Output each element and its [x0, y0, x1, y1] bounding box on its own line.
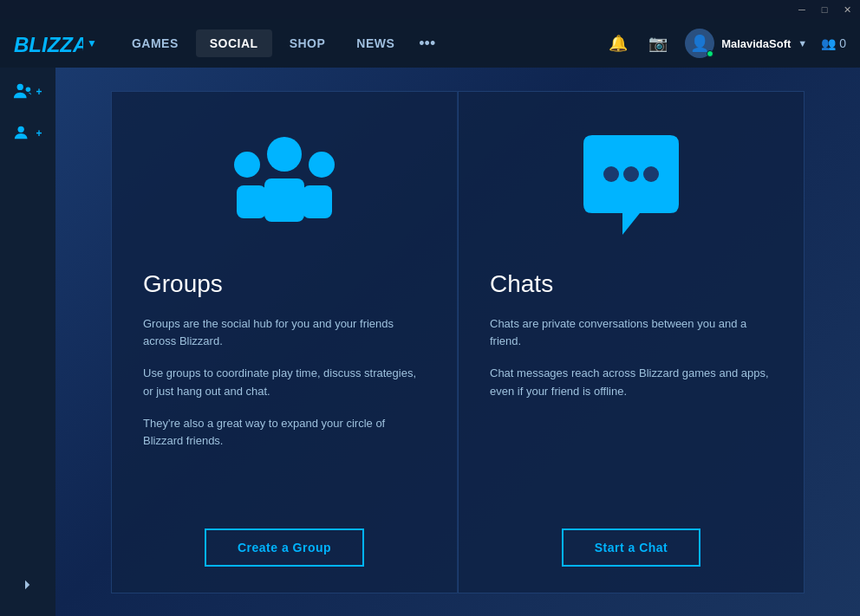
chats-illustration-icon	[566, 126, 696, 248]
chats-card: Chats Chats are private conversations be…	[458, 91, 805, 593]
groups-card-action: Create a Group	[143, 511, 426, 567]
add-group-icon	[13, 81, 32, 102]
groups-card-text-2: Use groups to coordinate play time, disc…	[143, 365, 426, 401]
groups-card: Groups Groups are the social hub for you…	[111, 91, 458, 593]
svg-point-4	[267, 137, 302, 172]
logo-chevron-icon: ▼	[87, 37, 97, 49]
navbar: BLIZZARD ▼ GAMES SOCIAL SHOP NEWS ••• 🔔 …	[0, 19, 860, 68]
groups-card-icon-area	[143, 118, 426, 256]
blizzard-logo-svg: BLIZZARD	[14, 29, 83, 57]
svg-point-5	[234, 152, 260, 178]
avatar-icon: 👤	[690, 34, 709, 53]
main-content: Groups Groups are the social hub for you…	[55, 68, 860, 616]
add-friend-icon	[13, 123, 32, 144]
svg-rect-9	[303, 185, 332, 218]
nav-items: GAMES SOCIAL SHOP NEWS •••	[118, 28, 605, 60]
svg-point-12	[643, 166, 659, 182]
avatar: 👤	[685, 29, 714, 58]
nav-right: 🔔 📷 👤 MalavidaSoft ▼ 👥 0	[605, 29, 846, 58]
nav-news[interactable]: NEWS	[342, 29, 408, 57]
nav-social[interactable]: SOCIAL	[196, 29, 272, 57]
svg-point-10	[603, 166, 619, 182]
cards-container: Groups Groups are the social hub for you…	[111, 91, 805, 593]
friends-button[interactable]: 👥 0	[821, 36, 846, 50]
camera-button[interactable]: 📷	[645, 30, 671, 56]
friends-icon: 👥	[821, 36, 836, 50]
groups-card-title: Groups	[143, 270, 426, 298]
groups-card-text-1: Groups are the social hub for you and yo…	[143, 315, 426, 352]
sidebar: + +	[0, 68, 55, 616]
nav-shop[interactable]: SHOP	[276, 29, 340, 57]
svg-point-3	[18, 126, 24, 133]
friends-count: 0	[839, 36, 846, 50]
svg-point-2	[26, 87, 30, 92]
sidebar-add-group-button[interactable]: +	[13, 81, 42, 102]
svg-rect-8	[237, 185, 266, 218]
main-layout: + +	[0, 68, 860, 616]
svg-point-1	[17, 84, 23, 90]
chats-card-text-1: Chats are private conversations between …	[490, 315, 772, 352]
svg-point-6	[309, 152, 335, 178]
logo[interactable]: BLIZZARD ▼	[14, 29, 97, 57]
sidebar-collapse-button[interactable]	[13, 570, 42, 602]
titlebar: ─ □ ✕	[0, 0, 860, 19]
chats-card-action: Start a Chat	[490, 511, 772, 567]
close-button[interactable]: ✕	[841, 3, 853, 16]
chats-card-icon-area	[490, 118, 772, 256]
svg-text:BLIZZARD: BLIZZARD	[14, 33, 83, 56]
notifications-button[interactable]: 🔔	[605, 30, 631, 56]
add-group-plus-icon: +	[36, 86, 42, 98]
user-chevron-icon: ▼	[798, 38, 807, 49]
svg-point-11	[623, 166, 639, 182]
nav-more-button[interactable]: •••	[412, 28, 442, 60]
chats-card-body: Chats are private conversations between …	[490, 315, 772, 511]
groups-card-text-3: They're also a great way to expand your …	[143, 415, 426, 451]
sidebar-add-friend-button[interactable]: +	[13, 123, 42, 144]
start-chat-button[interactable]: Start a Chat	[562, 528, 701, 567]
chats-card-text-2: Chat messages reach across Blizzard game…	[490, 365, 772, 401]
online-status-dot	[707, 50, 713, 57]
groups-card-body: Groups are the social hub for you and yo…	[143, 315, 426, 511]
minimize-button[interactable]: ─	[796, 3, 808, 16]
chats-card-title: Chats	[490, 270, 772, 298]
maximize-button[interactable]: □	[818, 3, 831, 16]
groups-illustration-icon	[219, 126, 349, 248]
user-menu[interactable]: 👤 MalavidaSoft ▼	[685, 29, 807, 58]
nav-games[interactable]: GAMES	[118, 29, 192, 57]
svg-rect-7	[264, 178, 304, 222]
create-group-button[interactable]: Create a Group	[205, 528, 364, 567]
username: MalavidaSoft	[721, 37, 791, 50]
add-friend-plus-icon: +	[36, 127, 42, 139]
